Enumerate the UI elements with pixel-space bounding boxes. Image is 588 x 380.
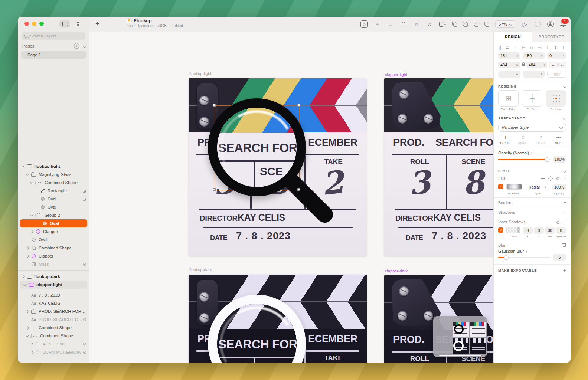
- trash-icon[interactable]: [562, 243, 566, 247]
- chevron-down-icon[interactable]: [23, 282, 27, 286]
- inner-shadow-x-field[interactable]: 0: [523, 227, 533, 234]
- stepper-icon[interactable]: ▴▾: [531, 152, 532, 155]
- y-field[interactable]: 150Y: [523, 52, 545, 59]
- layer-row-oval[interactable]: Oval: [18, 236, 89, 244]
- navigator-overlay[interactable]: [433, 316, 487, 357]
- align-top-icon[interactable]: ⊤: [546, 45, 549, 50]
- subtract-icon[interactable]: [463, 22, 467, 26]
- opacity-value-field[interactable]: 100%: [553, 156, 566, 163]
- align-middle-v-icon[interactable]: ↕: [553, 45, 557, 50]
- chevron-right-icon[interactable]: [26, 309, 29, 313]
- disable-fill-icon[interactable]: ⊘: [556, 176, 560, 181]
- fill-checkbox[interactable]: ✓: [498, 184, 503, 189]
- blur-knob[interactable]: [504, 255, 509, 260]
- hidden-eye-icon[interactable]: ⊘: [83, 262, 86, 266]
- layer-row-combined-shape[interactable]: ʃCombined Shape: [18, 332, 89, 340]
- artboard-label[interactable]: flookup-dark: [189, 268, 212, 272]
- artboard-flookup-light[interactable]: PROD. ECEMBER ROLL SCENE TAKE 3 8 2 DIRE…: [189, 78, 367, 256]
- layer-row-clapper-symbol[interactable]: Clapper: [18, 227, 89, 236]
- canvas[interactable]: flookup-light PROD. ECEMBER ROLL SCENE T…: [89, 32, 494, 363]
- update-style-button[interactable]: ↥Update: [514, 135, 532, 145]
- search-field[interactable]: [22, 32, 85, 40]
- selection-handle[interactable]: [213, 104, 216, 107]
- close-button[interactable]: [24, 22, 29, 26]
- add-inner-shadow-icon[interactable]: +: [564, 220, 566, 225]
- layer-row-artboard[interactable]: flookup-light: [18, 162, 89, 170]
- chevron-down-icon[interactable]: [21, 164, 25, 168]
- layer-row-symbol-artboard[interactable]: clapper-light: [20, 281, 87, 289]
- create-style-button[interactable]: +Create: [497, 135, 514, 145]
- vspacing-field[interactable]: ↕: [523, 71, 545, 78]
- hspacing-field[interactable]: ↔: [498, 71, 520, 78]
- rotation-field[interactable]: 0°: [547, 52, 566, 59]
- chevron-down-icon[interactable]: [26, 334, 29, 337]
- opacity-slider[interactable]: [498, 159, 550, 160]
- hidden-eye-icon[interactable]: ⊘: [83, 342, 86, 346]
- disable-inner-shadow-icon[interactable]: ⊘: [556, 220, 560, 225]
- more-styles-button[interactable]: •••More: [550, 135, 567, 145]
- inner-shadow-blur-field[interactable]: 30: [545, 227, 555, 234]
- add-fill-icon[interactable]: +: [564, 176, 566, 181]
- tidy-button[interactable]: Tidy: [547, 71, 566, 78]
- layer-row-text[interactable]: 7 . 8 . 2023: [18, 291, 89, 299]
- inner-shadow-spread-field[interactable]: 0: [556, 227, 566, 234]
- selection-handle[interactable]: [297, 104, 300, 107]
- notifications-bell-icon[interactable]: 1: [560, 21, 566, 27]
- account-icon[interactable]: [547, 21, 554, 27]
- align-right-icon[interactable]: ⊣: [538, 45, 541, 50]
- layers-view-button[interactable]: [59, 20, 70, 28]
- flatten-icon[interactable]: ⏶: [374, 21, 381, 27]
- insert-button[interactable]: +: [95, 20, 99, 28]
- artboard-flookup-dark[interactable]: PROD. ECEMBER ROLL SCENE TAKE 3 8 2 SEAR…: [189, 275, 367, 363]
- chevron-right-icon[interactable]: [21, 275, 25, 278]
- opacity-knob[interactable]: [545, 157, 549, 162]
- layer-row-mask[interactable]: Mask⊘: [18, 260, 89, 268]
- maximize-button[interactable]: [39, 22, 44, 26]
- comment-icon[interactable]: +: [535, 22, 541, 27]
- chevron-right-icon[interactable]: [26, 246, 29, 250]
- chevron-right-icon[interactable]: [30, 230, 34, 233]
- chevron-right-icon[interactable]: [26, 326, 29, 330]
- artboard-clapper-light[interactable]: PROD. SEARCH FOR BLUE ROLL SCENE TAKE 3 …: [384, 78, 494, 256]
- fix-size-button[interactable]: ┼: [522, 90, 542, 107]
- width-field[interactable]: 484W: [498, 62, 520, 68]
- fill-opacity-field[interactable]: 100%: [552, 184, 566, 190]
- align-left-icon[interactable]: ⊢: [522, 45, 525, 50]
- add-border-icon[interactable]: +: [564, 200, 566, 204]
- layer-row-combined-shape[interactable]: Combined Shape: [18, 244, 89, 252]
- layer-row-folder-hidden[interactable]: JOHN MCTIERNAN⊘: [18, 348, 89, 356]
- layer-row-folder-hidden[interactable]: 4 . 5 . 1990⊘: [18, 340, 89, 348]
- inner-shadow-checkbox[interactable]: ✓: [498, 227, 503, 233]
- hidden-eye-icon[interactable]: ⊘: [83, 317, 86, 322]
- flip-horizontal-icon[interactable]: ◂▸: [549, 62, 558, 68]
- layer-row-clapper-symbol[interactable]: Clapper: [18, 252, 89, 260]
- pin-to-edge-button[interactable]: ⊞: [498, 90, 519, 107]
- flip-vertical-icon[interactable]: ▴▾: [558, 62, 566, 68]
- height-field[interactable]: 484H: [526, 62, 547, 68]
- components-view-button[interactable]: [73, 20, 83, 28]
- section-chevron-icon[interactable]: [563, 169, 567, 173]
- union-icon[interactable]: [452, 22, 457, 26]
- selection-handle[interactable]: [213, 188, 216, 191]
- artboard-label[interactable]: clapper-light: [385, 72, 407, 77]
- x-field[interactable]: 151x: [498, 52, 520, 59]
- add-shadow-icon[interactable]: +: [564, 210, 566, 214]
- document-title-block[interactable]: Flookup Local Document · sRGB — Edited: [127, 18, 183, 28]
- chevron-down-icon[interactable]: [26, 172, 29, 176]
- layer-row-combined-shape[interactable]: Combined Shape: [18, 324, 89, 332]
- layer-row-artboard[interactable]: flookup-dark: [18, 272, 89, 281]
- presets-icon[interactable]: [548, 176, 553, 181]
- layer-style-select[interactable]: No Layer Style: [498, 123, 566, 132]
- selection-handle[interactable]: [297, 188, 300, 191]
- difference-icon[interactable]: [484, 22, 489, 26]
- align-bottom-icon[interactable]: ⊥: [562, 45, 565, 50]
- layer-row-combined-shape[interactable]: ʃCombined Shape: [18, 178, 89, 187]
- layer-row-oval[interactable]: Oval: [18, 203, 89, 211]
- inner-shadow-y-field[interactable]: 0: [534, 227, 544, 234]
- pages-chevron-icon[interactable]: [83, 44, 86, 48]
- chevron-down-icon[interactable]: [30, 180, 34, 184]
- section-chevron-icon[interactable]: [563, 116, 567, 120]
- layer-row-rectangle[interactable]: Rectangle: [18, 187, 89, 195]
- chevron-right-icon[interactable]: [26, 254, 29, 258]
- layer-row-oval-selected[interactable]: Oval: [20, 219, 87, 227]
